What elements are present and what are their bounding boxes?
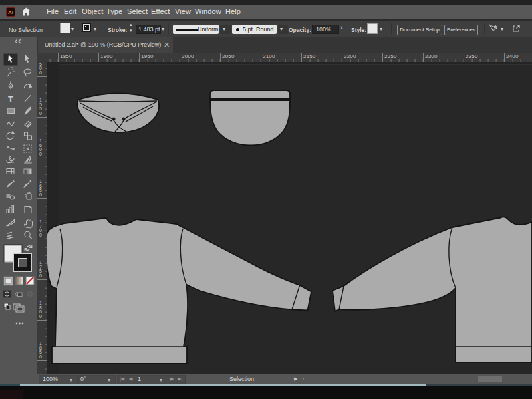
svg-text:T: T <box>8 94 13 104</box>
svg-text:Ai: Ai <box>8 9 13 15</box>
